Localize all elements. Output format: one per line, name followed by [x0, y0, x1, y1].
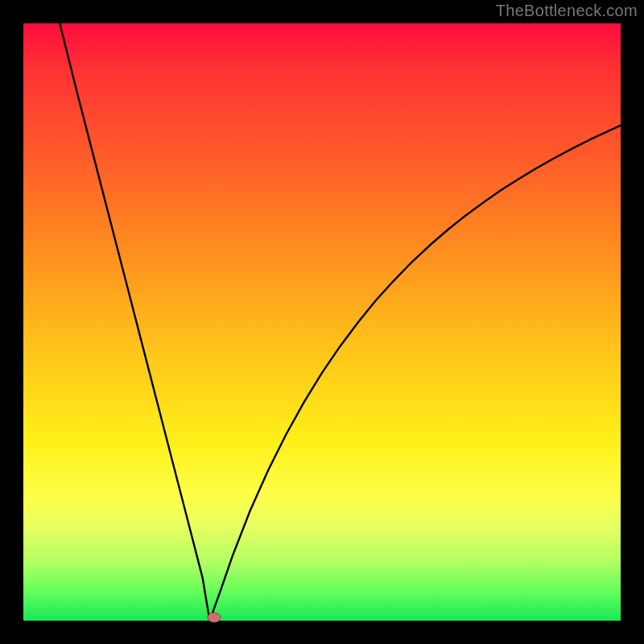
minimum-marker — [208, 613, 221, 623]
watermark-label: TheBottleneck.com — [496, 2, 638, 20]
bottleneck-curve — [60, 23, 621, 621]
plot-area — [23, 23, 621, 621]
curve-svg — [23, 23, 621, 621]
chart-frame: TheBottleneck.com — [0, 0, 644, 644]
